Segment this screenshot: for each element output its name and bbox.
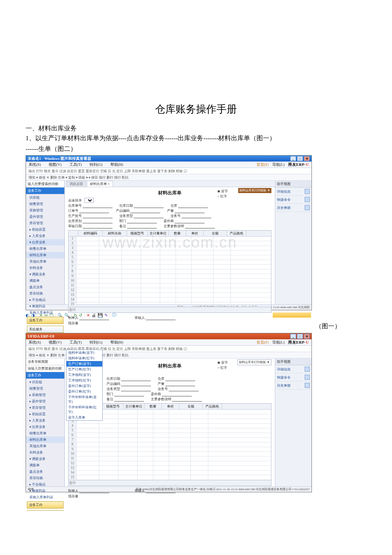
max-icon[interactable]: □: [297, 156, 303, 161]
menu-view[interactable]: 视图(V): [49, 162, 62, 168]
grid-row[interactable]: 11: [69, 457, 271, 461]
fld-input[interactable]: [175, 219, 205, 223]
nav-item[interactable]: ▸ 不合格品: [26, 297, 64, 303]
nav-search[interactable]: 请输入您要搜索的功能: [26, 365, 64, 372]
grid-row[interactable]: 9: [69, 447, 271, 452]
tab-desktop[interactable]: 消息桌面: [66, 181, 86, 187]
grid-row[interactable]: 8: [69, 442, 271, 447]
close-icon[interactable]: ✕: [304, 334, 310, 339]
nav-item[interactable]: ▸ 初始设置: [26, 226, 64, 233]
fld-input[interactable]: [165, 382, 195, 386]
fld-input[interactable]: [83, 224, 112, 228]
grid-row[interactable]: 15: [69, 475, 271, 480]
fld-input[interactable]: [165, 377, 195, 381]
nav-btn-system[interactable]: 系统服务: [27, 510, 63, 511]
grid-row[interactable]: 11: [69, 283, 271, 288]
fld-input[interactable]: [130, 209, 160, 213]
help-detail[interactable]: 详细信息: [275, 365, 311, 373]
menu-goto[interactable]: 转到(G): [89, 340, 103, 345]
home-link[interactable]: 首页(F): [257, 340, 269, 345]
nav-btn-work[interactable]: 业务工作: [27, 501, 63, 509]
nav-item[interactable]: 销售管理: [26, 201, 64, 207]
fld-input[interactable]: [134, 214, 164, 218]
print-template-select[interactable]: 材料出库单打印模板 ▼: [238, 188, 271, 193]
menu-system[interactable]: 系统(S): [29, 340, 41, 345]
dd-item[interactable]: 蓝字入库单: [66, 415, 102, 420]
menu-tools[interactable]: 工具(T): [69, 162, 82, 168]
grid-row[interactable]: 12: [69, 288, 271, 293]
fld-input[interactable]: [178, 204, 208, 208]
nav-item[interactable]: ▸ 委外管理: [26, 398, 64, 405]
grid-row[interactable]: 4: [69, 424, 271, 428]
fld-input[interactable]: [121, 382, 151, 386]
nav-item[interactable]: 采购入库单列表: [26, 494, 64, 500]
nav-item[interactable]: 库存转换: [26, 290, 64, 297]
maker-input[interactable]: [79, 316, 109, 320]
nav-link[interactable]: 导航(L): [272, 162, 285, 168]
grid-row[interactable]: 14: [69, 471, 271, 475]
nav-item[interactable]: 销售管理: [26, 385, 64, 392]
min-icon[interactable]: _: [290, 334, 296, 339]
nav-item[interactable]: ▾ 调拨业务: [26, 271, 64, 278]
fld-input[interactable]: [121, 377, 151, 381]
grid-row[interactable]: 7: [69, 265, 271, 269]
home-link[interactable]: 首页(F): [257, 162, 269, 168]
nav-item[interactable]: 委外管理: [26, 214, 64, 220]
nav-item[interactable]: 销售出库单: [26, 430, 64, 436]
nav-item[interactable]: 调拨单: [26, 462, 64, 468]
dd-item[interactable]: 领料申请单(红字): [66, 356, 102, 361]
grid-row[interactable]: 5: [69, 428, 271, 433]
nav-item[interactable]: ▸ 不合格品: [26, 481, 64, 488]
nav-item[interactable]: 补料业务: [26, 265, 64, 271]
grid-row[interactable]: 14: [69, 298, 271, 302]
maker-input[interactable]: [79, 489, 109, 493]
fld-input[interactable]: [175, 209, 205, 213]
nav-link[interactable]: 导航(L): [272, 340, 285, 345]
shengdan-dropdown[interactable]: 领料申请单(蓝字) 领料申请单(红字) 生产订单(蓝字) 生产订单(红字) 工序…: [66, 350, 103, 421]
nav-item[interactable]: 盘点业务: [26, 284, 64, 290]
nav-item[interactable]: ▾ 调拨业务: [26, 456, 64, 462]
help-history[interactable]: 历史单据: [275, 382, 311, 390]
nav-item[interactable]: ▸ 入库业务: [26, 417, 64, 424]
nav-item-outbound[interactable]: ▾ 出库业务: [26, 239, 64, 246]
fld-input[interactable]: [83, 214, 112, 218]
grid-row[interactable]: 12: [69, 461, 271, 466]
menu-help[interactable]: 帮助(H): [110, 162, 124, 168]
fld-input[interactable]: [127, 224, 157, 228]
fld-input[interactable]: [182, 214, 211, 218]
nav-item[interactable]: 供应链: [26, 194, 64, 201]
fld-input[interactable]: [121, 387, 151, 391]
grid-row[interactable]: 3: [69, 246, 271, 251]
nav-item[interactable]: ▾ 单据列表: [26, 303, 64, 309]
menu-view[interactable]: 视图(V): [49, 340, 62, 345]
nav-item[interactable]: 盘点业务: [26, 468, 64, 475]
fld-input[interactable]: [162, 392, 192, 396]
min-icon[interactable]: _: [290, 156, 296, 161]
close-icon[interactable]: ✕: [304, 156, 310, 161]
dd-item[interactable]: 工序领料(红字): [66, 378, 102, 383]
help-quick[interactable]: 快捷命令: [275, 196, 311, 204]
color-radios[interactable]: ◉ 蓝字○ 红字: [217, 360, 228, 370]
grid-row[interactable]: 13: [69, 466, 271, 471]
nav-item[interactable]: 库存管理: [26, 220, 64, 226]
nav-item[interactable]: 其他出库单: [26, 258, 64, 265]
fld-input[interactable]: [83, 204, 112, 208]
print-template-select[interactable]: 材料出库单打印模板 ▼: [237, 359, 271, 365]
menu-system[interactable]: 系统(S): [29, 162, 41, 168]
grid-row[interactable]: 1: [69, 237, 271, 241]
nav-item[interactable]: ▾ 供应链: [26, 379, 64, 385]
nav-item[interactable]: ▸ 入库业务: [26, 233, 64, 239]
nav-btn-system[interactable]: 系统服务: [27, 326, 63, 333]
checker-input[interactable]: [146, 489, 176, 493]
nav-work-header[interactable]: 业务工作: [26, 188, 64, 194]
nav-item[interactable]: 调拨单: [26, 278, 64, 284]
nav-item-material-out[interactable]: 材料出库单: [26, 436, 64, 443]
nav-item[interactable]: 采购入库单列表: [26, 309, 64, 316]
color-radios[interactable]: ◉ 蓝字○ 红字: [217, 189, 228, 199]
fld-input[interactable]: [114, 397, 144, 402]
tab-material-out[interactable]: 材料出库单 ×: [87, 181, 113, 187]
help-quick[interactable]: 快捷命令: [275, 373, 311, 382]
nav-item[interactable]: ▾ 库存管理: [26, 405, 64, 411]
fld-input[interactable]: [169, 387, 199, 391]
nav-item[interactable]: 销售出库单: [26, 246, 64, 252]
